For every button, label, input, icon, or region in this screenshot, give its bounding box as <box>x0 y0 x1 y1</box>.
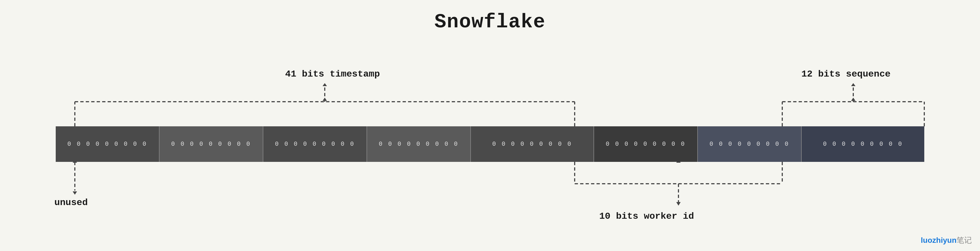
segment-8-bits: 0 0 0 0 0 0 0 0 0 <box>823 141 903 148</box>
segment-3-bits: 0 0 0 0 0 0 0 0 0 <box>275 141 355 148</box>
timestamp-label: 41 bits timestamp <box>285 69 380 79</box>
segment-2-bits: 0 0 0 0 0 0 0 0 0 <box>171 141 251 148</box>
svg-marker-19 <box>851 98 856 101</box>
segment-6: 0 0 0 0 0 0 0 0 0 <box>594 126 698 162</box>
svg-marker-2 <box>73 192 77 195</box>
segment-4-bits: 0 0 0 0 0 0 0 0 0 <box>379 141 458 148</box>
segment-7-bits: 0 0 0 0 0 0 0 0 0 <box>710 141 789 148</box>
page-container: Snowflake <box>0 0 980 251</box>
segment-7: 0 0 0 0 0 0 0 0 0 <box>698 126 802 162</box>
worker-id-label: 10 bits worker id <box>599 211 694 221</box>
segment-8: 0 0 0 0 0 0 0 0 0 <box>802 126 924 162</box>
watermark: luozhiyun笔记 <box>921 235 972 246</box>
segment-5: 0 0 0 0 0 0 0 0 0 <box>471 126 594 162</box>
segment-2: 0 0 0 0 0 0 0 0 0 <box>159 126 263 162</box>
watermark-site: luozhiyun <box>921 236 956 245</box>
svg-marker-8 <box>323 83 327 86</box>
unused-label: unused <box>54 197 88 208</box>
diagram-area: 0 0 0 0 0 0 0 0 0 0 0 0 0 0 0 0 0 0 0 0 … <box>39 39 941 244</box>
segment-1-bits: 0 0 0 0 0 0 0 0 0 <box>67 141 147 148</box>
segment-4: 0 0 0 0 0 0 0 0 0 <box>367 126 471 162</box>
segment-5-bits: 0 0 0 0 0 0 0 0 0 <box>492 141 572 148</box>
sequence-label: 12 bits sequence <box>801 69 891 79</box>
svg-marker-20 <box>851 83 856 86</box>
page-title: Snowflake <box>434 11 546 34</box>
bit-bar: 0 0 0 0 0 0 0 0 0 0 0 0 0 0 0 0 0 0 0 0 … <box>56 126 924 162</box>
segment-1: 0 0 0 0 0 0 0 0 0 <box>56 126 159 162</box>
watermark-suffix: 笔记 <box>956 236 972 245</box>
svg-marker-13 <box>676 202 681 206</box>
segment-6-bits: 0 0 0 0 0 0 0 0 0 <box>606 141 686 148</box>
segment-3: 0 0 0 0 0 0 0 0 0 <box>263 126 367 162</box>
svg-marker-7 <box>323 98 327 101</box>
